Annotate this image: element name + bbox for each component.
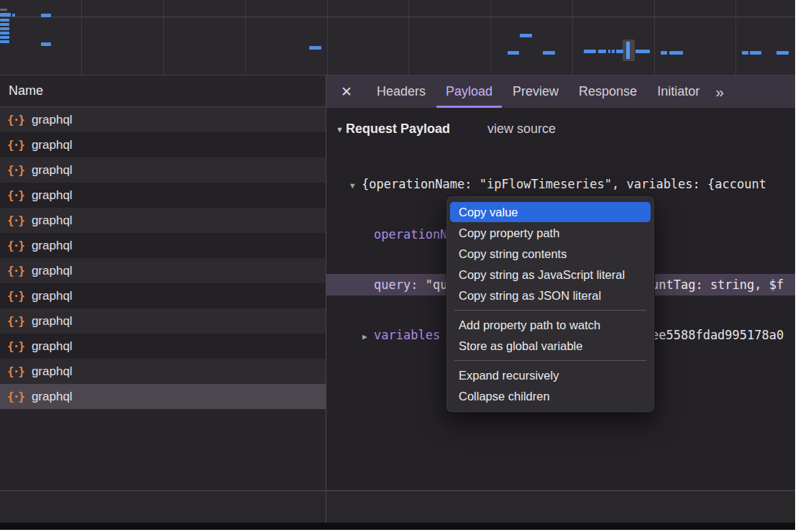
window-bottom-bar	[0, 523, 795, 530]
json-braces-icon: {·}	[7, 214, 24, 227]
overview-horizontal-gridline	[0, 17, 795, 17]
tab-preview[interactable]: Preview	[503, 75, 568, 108]
menu-item-expand-recursively[interactable]: Expand recursively	[450, 365, 651, 385]
menu-item-collapse-children[interactable]: Collapse children	[450, 386, 651, 406]
request-name: graphql	[32, 113, 73, 127]
json-braces-icon: {·}	[7, 339, 24, 353]
requests-panel: Name {·}graphql {·}graphql {·}graphql {·…	[0, 75, 326, 490]
network-overview-strip[interactable]	[0, 0, 795, 75]
request-name: graphql	[32, 364, 73, 379]
timeline-request-bar	[669, 51, 683, 55]
table-row[interactable]: {·}graphql	[0, 183, 326, 208]
menu-item-store-as-global-variable[interactable]: Store as global variable	[450, 336, 651, 356]
json-braces-icon: {·}	[7, 364, 24, 378]
close-icon[interactable]: ✕	[338, 83, 355, 100]
table-row[interactable]: {·}graphql	[0, 107, 326, 132]
request-name: graphql	[32, 188, 73, 203]
json-braces-icon: {·}	[7, 138, 24, 152]
collapse-triangle-icon[interactable]: ▼	[336, 125, 344, 134]
menu-item-copy-string-contents[interactable]: Copy string contents	[450, 244, 651, 264]
network-footer-strip	[0, 490, 795, 523]
request-name: graphql	[32, 289, 73, 303]
table-row[interactable]: {·}graphql	[0, 132, 326, 157]
payload-root-row[interactable]: ▼{operationName: "ipFlowTimeseries", var…	[326, 173, 795, 195]
table-row[interactable]: {·}graphql	[0, 283, 326, 308]
table-row[interactable]: {·}graphql	[0, 334, 326, 359]
network-main-area: Name {·}graphql {·}graphql {·}graphql {·…	[0, 75, 795, 490]
overview-gridline	[490, 0, 491, 75]
table-row-selected[interactable]: {·}graphql	[0, 384, 326, 409]
request-name: graphql	[32, 314, 73, 329]
property-value-fragment-right: untTag: string, $f	[651, 274, 784, 295]
panel-divider[interactable]	[326, 75, 326, 523]
tab-response[interactable]: Response	[569, 75, 646, 108]
overview-gridline	[408, 0, 409, 75]
menu-item-copy-property-path[interactable]: Copy property path	[450, 223, 651, 243]
menu-item-copy-value[interactable]: Copy value	[450, 202, 651, 222]
devtools-window: Name {·}graphql {·}graphql {·}graphql {·…	[0, 0, 795, 530]
property-key: query:	[374, 278, 418, 292]
json-braces-icon: {·}	[7, 113, 24, 127]
timeline-request-bar	[598, 50, 606, 53]
table-row[interactable]: {·}graphql	[0, 258, 326, 283]
timeline-request-bar	[543, 51, 555, 55]
request-name: graphql	[32, 138, 73, 152]
request-name: graphql	[32, 239, 73, 253]
section-title: Request Payload	[346, 121, 450, 137]
timeline-gray-bar	[0, 9, 7, 11]
timeline-request-bar	[41, 42, 51, 46]
timeline-request-bar	[661, 51, 667, 55]
overview-gridline	[735, 0, 736, 75]
overview-gridline	[163, 0, 164, 75]
json-braces-icon: {·}	[7, 390, 24, 403]
collapsed-triangle-icon[interactable]: ▶	[362, 326, 374, 346]
root-preview-text: {operationName: "ipFlowTimeseries", vari…	[362, 177, 766, 191]
timeline-request-bar	[742, 51, 748, 55]
json-braces-icon: {·}	[7, 188, 24, 202]
timeline-request-bar	[750, 51, 761, 55]
table-row[interactable]: {·}graphql	[0, 359, 326, 384]
overview-gridline	[654, 0, 655, 75]
tab-headers[interactable]: Headers	[367, 75, 435, 108]
request-name: graphql	[32, 390, 73, 404]
timeline-request-bar	[309, 46, 321, 50]
table-row[interactable]: {·}graphql	[0, 157, 326, 183]
request-name: graphql	[32, 264, 73, 278]
timeline-request-bar	[612, 50, 615, 53]
timeline-request-bar	[0, 23, 9, 26]
timeline-request-bar	[616, 50, 623, 53]
overview-gridline	[245, 0, 246, 75]
menu-item-copy-string-json-literal[interactable]: Copy string as JSON literal	[450, 285, 651, 306]
tab-initiator[interactable]: Initiator	[648, 75, 709, 108]
column-header-label: Name	[9, 83, 43, 98]
menu-item-add-property-path-to-watch[interactable]: Add property path to watch	[450, 315, 651, 335]
request-payload-section-header[interactable]: ▼Request Payload view source	[336, 121, 795, 137]
timeline-request-bar	[0, 13, 11, 17]
detail-tab-bar: ✕ Headers Payload Preview Response Initi…	[326, 75, 795, 108]
timeline-request-bar	[41, 14, 51, 17]
request-name: graphql	[32, 163, 73, 178]
context-menu: Copy value Copy property path Copy strin…	[446, 196, 655, 413]
request-name: graphql	[32, 214, 73, 228]
view-source-link[interactable]: view source	[487, 121, 556, 137]
menu-item-copy-string-js-literal[interactable]: Copy string as JavaScript literal	[450, 265, 651, 285]
more-tabs-icon[interactable]: »	[710, 83, 728, 101]
timeline-request-bar	[636, 50, 650, 53]
request-list: {·}graphql {·}graphql {·}graphql {·}grap…	[0, 107, 326, 409]
menu-separator	[454, 360, 646, 361]
table-row[interactable]: {·}graphql	[0, 308, 326, 334]
property-preview-fragment-right: ee5588fdad995178a0	[651, 324, 784, 346]
table-row[interactable]: {·}graphql	[0, 233, 326, 258]
timeline-request-bar	[776, 51, 789, 55]
table-row[interactable]: {·}graphql	[0, 208, 326, 233]
menu-separator	[454, 310, 646, 311]
timeline-request-bar	[608, 50, 610, 53]
timeline-request-bar	[520, 34, 532, 37]
tab-payload[interactable]: Payload	[436, 75, 502, 108]
property-key: variables	[374, 328, 440, 342]
expanded-triangle-icon[interactable]: ▼	[350, 175, 362, 195]
timeline-request-bar	[0, 27, 9, 30]
column-header-name[interactable]: Name	[0, 75, 326, 107]
timeline-request-bar	[0, 19, 9, 22]
property-value-fragment: "qu	[426, 278, 448, 292]
